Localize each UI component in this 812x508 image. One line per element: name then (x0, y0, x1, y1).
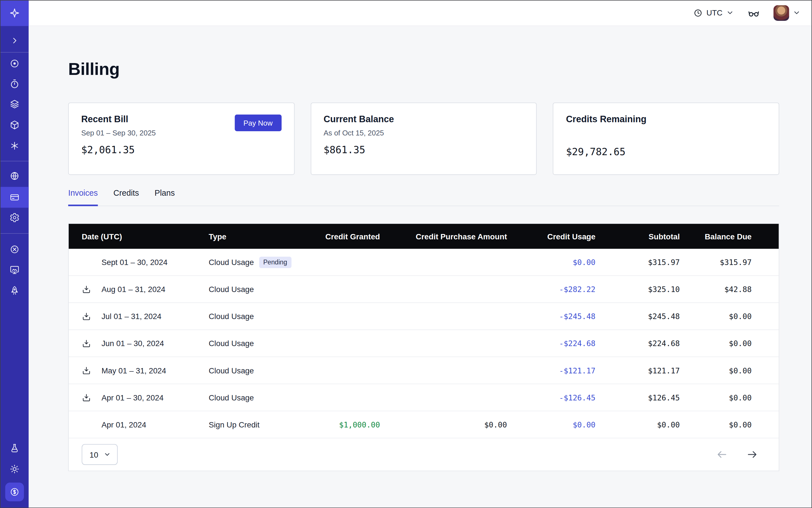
summary-cards: Recent Bill Pay Now Sep 01 – Sep 30, 202… (68, 102, 779, 175)
sidebar-item-credits[interactable] (5, 483, 24, 502)
account-menu[interactable] (773, 5, 801, 20)
subtotal-cell: $325.10 (596, 276, 680, 302)
current-balance-card: Current Balance As of Oct 15, 2025 $861.… (310, 102, 537, 175)
arrow-right-icon (746, 449, 758, 460)
download-invoice-icon[interactable] (82, 311, 91, 321)
sidebar-item-compute[interactable] (0, 115, 29, 135)
app-logo[interactable] (0, 0, 29, 26)
invoice-type-cell: Cloud Usage (204, 357, 313, 384)
invoice-type: Cloud Usage (209, 366, 254, 375)
clock-icon (693, 8, 703, 17)
invoice-row: Apr 01, 2024Sign Up Credit$1,000.00$0.00… (69, 411, 779, 438)
invoice-row: Apr 01 – 30, 2024Cloud Usage-$126.45$126… (69, 384, 779, 411)
column-header: Subtotal (596, 224, 680, 249)
circle-x-icon (9, 244, 19, 255)
credit-usage-cell: -$224.68 (507, 330, 596, 356)
sun-icon (9, 464, 19, 474)
card-title: Current Balance (324, 114, 524, 125)
invoice-row: May 01 – 31, 2024Cloud Usage-$121.17$121… (69, 357, 779, 384)
invoice-date-cell: Apr 01 – 30, 2024 (69, 384, 204, 411)
invoice-type-cell: Cloud Usage (204, 384, 313, 411)
tab-credits[interactable]: Credits (114, 188, 139, 206)
cube-icon (9, 120, 19, 130)
sidebar-item-settings[interactable] (0, 207, 29, 228)
invoice-date: Sept 01 – 30, 2024 (102, 258, 168, 266)
sidebar-item-network[interactable] (0, 166, 29, 186)
recent-bill-amount: $2,061.35 (81, 143, 281, 155)
sidebar-divider (0, 161, 29, 161)
invoice-row: Aug 01 – 31, 2024Cloud Usage-$282.22$325… (69, 276, 779, 303)
balance-due-cell: $0.00 (680, 357, 778, 384)
pay-now-button[interactable]: Pay Now (234, 115, 281, 131)
table-body: Sept 01 – 30, 2024Cloud UsagePending$0.0… (69, 249, 779, 438)
target-icon (9, 58, 19, 69)
timezone-label: UTC (707, 8, 722, 17)
invoice-type-cell: Cloud Usage (204, 303, 313, 330)
credit-purchase-cell (380, 249, 507, 276)
sidebar-item-labs[interactable] (0, 438, 29, 459)
credit-purchase-cell (380, 303, 507, 330)
column-header: Type (204, 224, 313, 249)
download-invoice-icon[interactable] (82, 393, 91, 402)
sidebar-item-kubernetes[interactable] (0, 239, 29, 260)
previous-page-button[interactable] (716, 449, 728, 460)
sidebar-item-launch[interactable] (0, 280, 29, 301)
sidebar-item-billing[interactable] (0, 187, 29, 208)
balance-due-cell: $0.00 (680, 411, 778, 437)
credit-usage-cell: -$121.17 (507, 357, 596, 384)
sidebar-item-console[interactable] (0, 259, 29, 280)
main-content: Billing Recent Bill Pay Now Sep 01 – Sep… (29, 26, 812, 508)
invoice-date-cell: Aug 01 – 31, 2024 (69, 276, 204, 302)
subtotal-cell: $245.48 (596, 303, 680, 330)
credits-remaining-card: Credits Remaining $29,782.65 (553, 102, 779, 175)
invoice-date-cell: Jun 01 – 30, 2024 (69, 330, 204, 356)
invoice-date-cell: May 01 – 31, 2024 (69, 357, 204, 384)
sidebar-item-snapshots[interactable] (0, 74, 29, 94)
flask-icon (9, 443, 19, 453)
billing-tabs: Invoices Credits Plans (68, 188, 779, 206)
asterisk-icon (9, 140, 19, 151)
gear-icon (9, 212, 19, 223)
credit-usage-cell: -$126.45 (507, 384, 596, 411)
rocket-icon (9, 285, 19, 296)
display-icon (9, 264, 19, 275)
tab-invoices[interactable]: Invoices (68, 188, 98, 206)
column-header: Date (UTC) (69, 224, 204, 249)
invoice-date: Apr 01, 2024 (102, 420, 146, 429)
card-title: Credits Remaining (566, 114, 766, 125)
stopwatch-icon (9, 79, 19, 89)
page-size-select[interactable]: 10 (82, 444, 117, 465)
balance-due-cell: $0.00 (680, 303, 778, 330)
sidebar-item-volumes[interactable] (0, 94, 29, 115)
sidebar-item-theme[interactable] (0, 459, 29, 479)
recent-bill-card: Recent Bill Pay Now Sep 01 – Sep 30, 202… (68, 102, 295, 175)
topbar: UTC (29, 0, 812, 26)
tab-plans[interactable]: Plans (155, 188, 175, 206)
credit-purchase-cell (380, 330, 507, 356)
credit-usage-cell: $0.00 (507, 249, 596, 276)
invoice-type-cell: Cloud Usage (204, 330, 313, 356)
invoice-type-cell: Sign Up Credit (204, 411, 313, 437)
sidebar-item-target[interactable] (0, 53, 29, 74)
balance-due-cell: $42.88 (680, 276, 778, 302)
glasses-icon[interactable] (747, 6, 760, 19)
invoice-type: Cloud Usage (209, 285, 254, 293)
credit-card-icon (9, 192, 19, 203)
chevron-down-icon (793, 9, 801, 16)
next-page-button[interactable] (746, 449, 758, 460)
download-invoice-icon[interactable] (82, 285, 91, 294)
credits-remaining-amount: $29,782.65 (566, 146, 766, 158)
sidebar-item-services[interactable] (0, 135, 29, 156)
subtotal-cell: $126.45 (596, 384, 680, 411)
sidebar (0, 0, 29, 508)
download-invoice-icon[interactable] (82, 339, 91, 348)
timezone-selector[interactable]: UTC (693, 8, 734, 17)
invoice-type-cell: Cloud Usage (204, 276, 313, 302)
invoice-date: Aug 01 – 31, 2024 (102, 285, 166, 293)
invoice-type: Cloud Usage (209, 339, 254, 348)
invoice-date-cell: Apr 01, 2024 (69, 411, 204, 437)
sidebar-divider (0, 233, 29, 234)
pagination-controls (716, 449, 758, 460)
download-invoice-icon[interactable] (82, 366, 91, 375)
collapse-sidebar-button[interactable] (0, 30, 29, 51)
